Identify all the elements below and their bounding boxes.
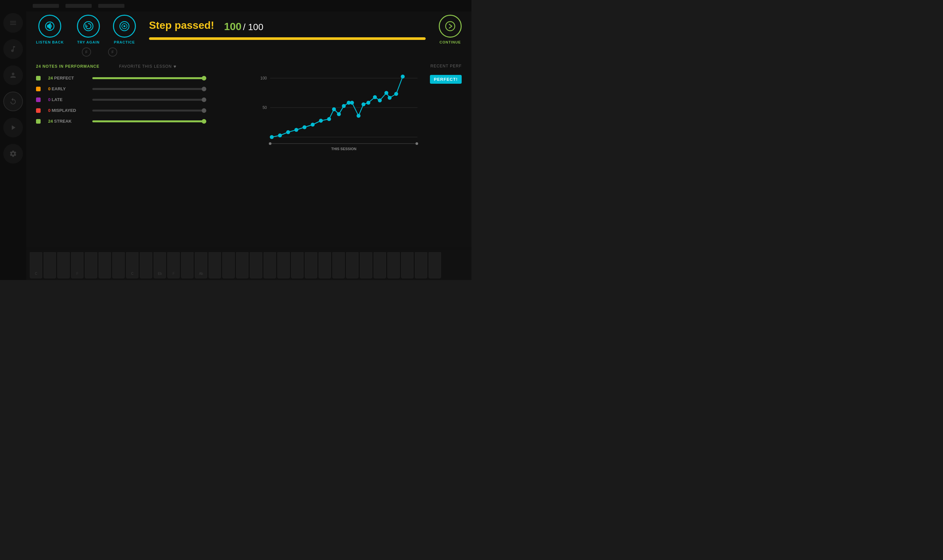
score-max: 100	[248, 22, 264, 32]
stat-num-2: 0	[48, 97, 51, 102]
svg-point-16	[270, 135, 274, 139]
svg-point-6	[446, 22, 455, 31]
listen-back-button[interactable]: LISTEN BACK	[36, 15, 64, 44]
stat-bar-fill-4	[92, 120, 206, 122]
stat-label-0: 24 PERFECT	[48, 75, 87, 80]
chart-section: RECENT PERF PERFECT! 100 50 THI	[216, 64, 461, 163]
svg-point-19	[294, 128, 298, 132]
progress-bar-container	[149, 37, 426, 40]
svg-point-20	[303, 125, 307, 129]
stat-label-3: 0 MISPLAYED	[48, 108, 87, 113]
svg-text:50: 50	[262, 105, 267, 110]
stat-end-dot-3	[202, 108, 206, 113]
svg-point-32	[373, 95, 377, 99]
stat-name-4: STREAK	[54, 119, 71, 124]
stat-thumb-2	[36, 97, 41, 102]
chart-container: PERFECT! 100 50 THIS SESSION	[216, 72, 461, 163]
svg-point-28	[350, 101, 354, 105]
stat-thumb-0	[36, 76, 41, 80]
stat-row-2: 0 LATE	[36, 97, 206, 102]
stat-label-2: 0 LATE	[48, 97, 87, 102]
svg-point-21	[311, 123, 315, 126]
stat-label-1: 0 EARLY	[48, 86, 87, 91]
stat-name-2: LATE	[52, 97, 63, 102]
score-display: 100 / 100	[224, 21, 263, 33]
svg-point-37	[401, 75, 405, 78]
step-passed-title: Step passed!	[149, 19, 214, 31]
svg-point-34	[384, 91, 388, 95]
main-content: LISTEN BACK TRY AGAIN	[26, 0, 471, 280]
stats-left: 24 NOTES IN PERFORMANCE FAVORITE THIS LE…	[36, 64, 206, 163]
stat-name-1: EARLY	[52, 86, 66, 91]
svg-point-22	[319, 119, 323, 123]
stat-bar-wrap-0	[92, 77, 206, 79]
step-passed-area: Step passed! 100 / 100	[136, 19, 439, 40]
svg-point-24	[332, 107, 336, 111]
svg-point-17	[278, 134, 282, 137]
svg-point-36	[394, 92, 398, 96]
stat-num-1: 0	[48, 86, 51, 91]
svg-point-30	[361, 102, 366, 106]
stat-num-0: 24	[48, 75, 53, 80]
stat-bar-wrap-4	[92, 120, 206, 122]
listen-back-circle	[38, 15, 61, 38]
try-again-circle	[77, 15, 100, 38]
svg-point-13	[269, 142, 272, 145]
svg-point-33	[378, 98, 382, 102]
stat-end-dot-1	[202, 87, 206, 91]
svg-point-29	[357, 114, 361, 118]
notes-count-value: 24	[36, 64, 41, 69]
stat-bar-wrap-1	[92, 88, 206, 90]
heart-icon: ♥	[174, 64, 176, 69]
stat-num-3: 0	[48, 108, 51, 113]
continue-button[interactable]: CONTINUE	[439, 15, 461, 44]
note-ghost-2: F	[108, 48, 117, 57]
svg-point-18	[286, 130, 290, 134]
score-separator: /	[243, 22, 248, 32]
stat-row-1: 0 EARLY	[36, 86, 206, 91]
performance-chart: 100 50 THIS SESSION	[216, 72, 461, 157]
top-bar: LISTEN BACK TRY AGAIN	[36, 15, 461, 44]
try-again-button[interactable]: TRY AGAIN	[77, 15, 100, 44]
sidebar-item-play[interactable]	[3, 118, 23, 137]
stat-name-3: MISPLAYED	[52, 108, 76, 113]
svg-point-25	[337, 112, 341, 116]
sidebar	[0, 0, 26, 280]
perfect-tooltip: PERFECT!	[430, 75, 461, 84]
sidebar-item-try-again[interactable]	[3, 92, 23, 111]
sidebar-item	[3, 65, 23, 85]
listen-back-label: LISTEN BACK	[36, 40, 64, 44]
note-indicators: F F	[56, 48, 461, 57]
stat-bar-wrap-3	[92, 109, 206, 112]
stat-end-dot-4	[202, 119, 206, 124]
stat-thumb-3	[36, 108, 41, 113]
recent-perf-label: RECENT PERF	[216, 64, 461, 68]
svg-text:THIS SESSION: THIS SESSION	[331, 147, 356, 151]
practice-label: PRACTICE	[114, 40, 135, 44]
score-value: 100	[224, 21, 241, 32]
stat-end-dot-2	[202, 97, 206, 102]
stat-end-dot-0	[202, 76, 206, 80]
stat-row-0: 24 PERFECT	[36, 75, 206, 80]
favorite-lesson-button[interactable]: FAVORITE THIS LESSON ♥	[119, 64, 176, 69]
svg-point-26	[342, 104, 346, 108]
stat-label-4: 24 STREAK	[48, 119, 87, 124]
svg-point-31	[366, 101, 370, 105]
stat-bar-fill-0	[92, 77, 206, 79]
svg-point-35	[388, 96, 392, 100]
action-row: LISTEN BACK TRY AGAIN	[36, 15, 136, 44]
notes-count-label: NOTES IN PERFORMANCE	[43, 64, 100, 69]
svg-point-2	[84, 22, 93, 31]
continue-circle	[439, 15, 461, 38]
svg-text:100: 100	[260, 76, 267, 80]
sidebar-item	[3, 13, 23, 33]
svg-point-14	[415, 142, 418, 145]
stat-thumb-1	[36, 87, 41, 91]
continue-label: CONTINUE	[440, 40, 461, 44]
stat-row-3: 0 MISPLAYED	[36, 108, 206, 113]
stat-num-4: 24	[48, 119, 53, 124]
notes-count: 24 NOTES IN PERFORMANCE	[36, 64, 100, 69]
practice-button[interactable]: PRACTICE	[113, 15, 136, 44]
sidebar-item-settings[interactable]	[3, 144, 23, 163]
stat-bars: 24 PERFECT 0 EARLY 0 LATE	[36, 75, 206, 124]
